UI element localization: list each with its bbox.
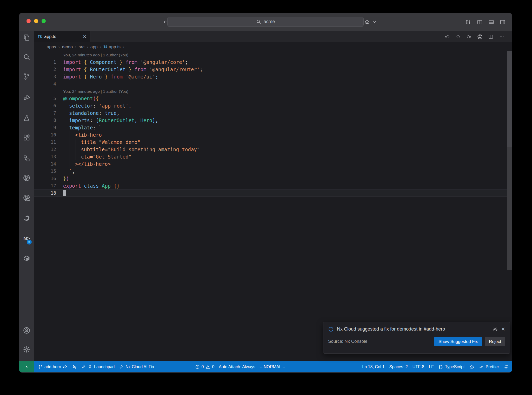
explorer-icon[interactable] — [19, 33, 34, 42]
next-change-icon[interactable] — [466, 34, 472, 40]
code-line-7[interactable]: 7 standalone: true, — [34, 109, 512, 117]
close-window-button[interactable] — [26, 19, 31, 23]
commit-graph-icon[interactable] — [477, 34, 483, 40]
gitlens-icon[interactable] — [19, 173, 34, 182]
testing-icon[interactable] — [19, 113, 34, 122]
settings-icon[interactable] — [19, 345, 34, 354]
indentation-status[interactable]: Spaces: 2 — [389, 365, 408, 369]
code-line-15[interactable]: 15 `, — [34, 168, 512, 175]
breadcrumb-item-app[interactable]: app — [90, 44, 98, 49]
chevron-down-icon[interactable] — [372, 19, 377, 25]
code-line-12[interactable]: 12 subtitle="Build something amazing tod… — [34, 146, 512, 153]
zoom-window-button[interactable] — [42, 19, 46, 23]
breadcrumb-item-src[interactable]: src — [79, 44, 84, 49]
command-center-search[interactable]: acme — [167, 17, 364, 27]
search-icon[interactable] — [19, 52, 34, 62]
code-line-16[interactable]: 16}) — [34, 175, 512, 182]
status-label: -- NORMAL -- — [260, 365, 285, 369]
extensions-icon[interactable] — [19, 133, 34, 142]
code-line-4[interactable]: 4 — [34, 80, 512, 88]
cursor-position-status[interactable]: Ln 18, Col 1 — [362, 365, 384, 369]
problems-status[interactable]: 00 — [195, 365, 215, 369]
code-line-14[interactable]: 14 ></lib-hero> — [34, 160, 512, 168]
language-status[interactable]: {}TypeScript — [438, 365, 465, 369]
git-compare-status[interactable] — [72, 365, 77, 369]
reject-button[interactable]: Reject — [485, 337, 505, 346]
line-number: 2 — [34, 66, 56, 73]
edge-browser-icon[interactable] — [19, 213, 34, 222]
code-line-11[interactable]: 11 title="Welcmoe demo" — [34, 139, 512, 146]
code-line-8[interactable]: 8 imports: [RouterOutlet, Hero], — [34, 117, 512, 124]
notification-close-icon[interactable]: ✕ — [501, 326, 505, 332]
accounts-icon[interactable] — [19, 326, 34, 335]
pin-change-icon[interactable] — [455, 34, 461, 40]
code-line-18[interactable]: 18 — [34, 189, 512, 197]
nx-cloud-fix-status[interactable]: Nx Cloud AI Fix — [119, 365, 154, 369]
breadcrumb-item-demo[interactable]: demo — [62, 44, 73, 49]
code-line-17[interactable]: 17export class App {} — [34, 182, 512, 189]
project-structure-icon[interactable] — [19, 154, 34, 163]
prettier-status[interactable]: Prettier — [479, 365, 499, 369]
notification-source: Source: Nx Console — [328, 339, 367, 344]
customize-layout-icon[interactable] — [465, 19, 471, 25]
code-line-5[interactable]: 5@Component({ — [34, 95, 512, 102]
minimize-window-button[interactable] — [34, 19, 38, 23]
breadcrumb-separator: › — [87, 45, 88, 49]
breadcrumb-item-apps[interactable]: apps — [47, 44, 56, 49]
close-tab-icon[interactable]: ✕ — [83, 34, 87, 40]
show-suggested-fix-button[interactable]: Show Suggested Fix — [434, 337, 482, 346]
tab-app-ts[interactable]: TS app.ts ✕ — [34, 31, 90, 42]
double-check-icon — [479, 365, 484, 369]
run-debug-icon[interactable] — [19, 93, 34, 102]
braces-icon: {} — [438, 365, 443, 369]
prev-change-icon[interactable] — [444, 34, 450, 40]
more-actions-icon[interactable] — [499, 34, 505, 40]
toggle-sidebar-left-icon[interactable] — [477, 19, 483, 25]
activity-bar: N>3 — [19, 31, 34, 361]
eol-status[interactable]: LF — [429, 365, 434, 369]
breadcrumb-overflow[interactable]: ... — [127, 44, 130, 49]
git-blame-annotation[interactable]: You, 24 minutes ago | 1 author (You) — [34, 51, 512, 58]
source-control-icon[interactable] — [19, 72, 34, 81]
toggle-sidebar-right-icon[interactable] — [500, 19, 506, 25]
error-circle-icon — [195, 365, 200, 369]
git-branch-status[interactable]: add-hero — [38, 365, 68, 369]
code-line-3[interactable]: 3import { Hero } from '@acme/ui'; — [34, 73, 512, 80]
breadcrumb-separator: › — [100, 45, 101, 49]
vim-mode-status[interactable]: -- NORMAL -- — [260, 365, 285, 369]
notifications-status[interactable] — [504, 365, 508, 369]
toggle-panel-icon[interactable] — [488, 19, 494, 25]
code-line-2[interactable]: 2import { RouterOutlet } from '@angular/… — [34, 66, 512, 73]
remote-icon — [24, 365, 29, 369]
status-label: 0 — [212, 365, 214, 369]
launchpad-status[interactable]: Launchpad — [81, 365, 115, 369]
notification-toast: Nx Cloud suggested a fix for demo:test i… — [323, 322, 510, 354]
gitlens-inspect-icon[interactable] — [19, 193, 34, 202]
copilot-status[interactable] — [469, 364, 474, 370]
git-blame-annotation[interactable]: You, 24 minutes ago | 1 author (You) — [34, 88, 512, 95]
warning-triangle-icon — [205, 365, 210, 369]
code-line-6[interactable]: 6 selector: 'app-root', — [34, 102, 512, 109]
split-editor-icon[interactable] — [488, 34, 494, 40]
plug-icon — [88, 365, 92, 369]
code-editor[interactable]: You, 24 minutes ago | 1 author (You)1imp… — [34, 51, 512, 361]
indent-guide — [64, 102, 64, 175]
code-line-13[interactable]: 13 cta="Get Started" — [34, 153, 512, 160]
vscode-window: acme N>3 TS app.ts ✕ apps›demo›src›app›T… — [19, 13, 512, 373]
containers-icon[interactable] — [19, 253, 34, 263]
code-line-10[interactable]: 10 <lib-hero — [34, 131, 512, 139]
remote-indicator[interactable] — [19, 361, 34, 372]
line-number: 14 — [34, 160, 56, 168]
status-label: UTF-8 — [413, 365, 424, 369]
auto-attach-status[interactable]: Auto Attach: Always — [219, 365, 255, 369]
encoding-status[interactable]: UTF-8 — [413, 365, 424, 369]
breadcrumb-separator: › — [123, 45, 124, 49]
breadcrumb-item-file[interactable]: TSapp.ts — [104, 44, 121, 49]
code-line-9[interactable]: 9 template: ` — [34, 124, 512, 131]
copilot-icon[interactable] — [364, 19, 370, 25]
line-number: 1 — [34, 58, 56, 66]
notification-settings-icon[interactable] — [492, 326, 498, 332]
line-number: 6 — [34, 102, 56, 109]
status-label: Spaces: 2 — [389, 365, 408, 369]
code-line-1[interactable]: 1import { Component } from '@angular/cor… — [34, 58, 512, 66]
